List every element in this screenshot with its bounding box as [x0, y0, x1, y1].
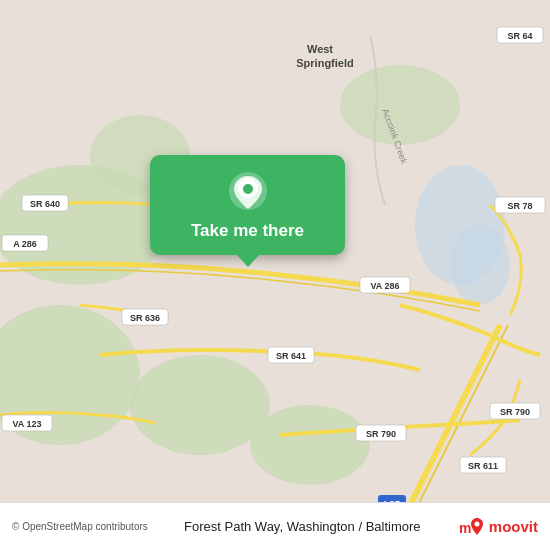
svg-text:VA 286: VA 286 — [370, 281, 399, 291]
svg-text:West: West — [307, 43, 333, 55]
map-background: Accoink Creek SR 640 A 286 VA 286 SR 636… — [0, 0, 550, 550]
map-container: Accoink Creek SR 640 A 286 VA 286 SR 636… — [0, 0, 550, 550]
svg-text:SR 790: SR 790 — [500, 407, 530, 417]
svg-text:VA 123: VA 123 — [12, 419, 41, 429]
svg-text:SR 640: SR 640 — [30, 199, 60, 209]
svg-text:SR 636: SR 636 — [130, 313, 160, 323]
moovit-text: moovit — [489, 518, 538, 535]
svg-text:SR 78: SR 78 — [507, 201, 532, 211]
svg-point-4 — [250, 405, 370, 485]
svg-point-8 — [450, 225, 510, 305]
svg-point-3 — [130, 355, 270, 455]
svg-point-40 — [243, 184, 253, 194]
bottom-bar: © OpenStreetMap contributors Forest Path… — [0, 502, 550, 550]
location-pin-icon — [228, 171, 268, 211]
moovit-logo: m moovit — [457, 513, 538, 541]
popup-card[interactable]: Take me there — [150, 155, 345, 255]
svg-text:SR 611: SR 611 — [468, 461, 498, 471]
map-attribution: © OpenStreetMap contributors — [12, 521, 148, 532]
svg-text:SR 790: SR 790 — [366, 429, 396, 439]
location-label: Forest Path Way, Washington / Baltimore — [184, 519, 421, 534]
svg-point-6 — [340, 65, 460, 145]
moovit-logo-icon: m — [457, 513, 485, 541]
svg-text:A 286: A 286 — [13, 239, 37, 249]
take-me-there-button[interactable]: Take me there — [191, 221, 304, 241]
svg-text:m: m — [459, 520, 471, 536]
svg-text:SR 64: SR 64 — [507, 31, 532, 41]
svg-point-43 — [474, 521, 479, 526]
svg-text:Springfield: Springfield — [296, 57, 353, 69]
svg-text:SR 641: SR 641 — [276, 351, 306, 361]
